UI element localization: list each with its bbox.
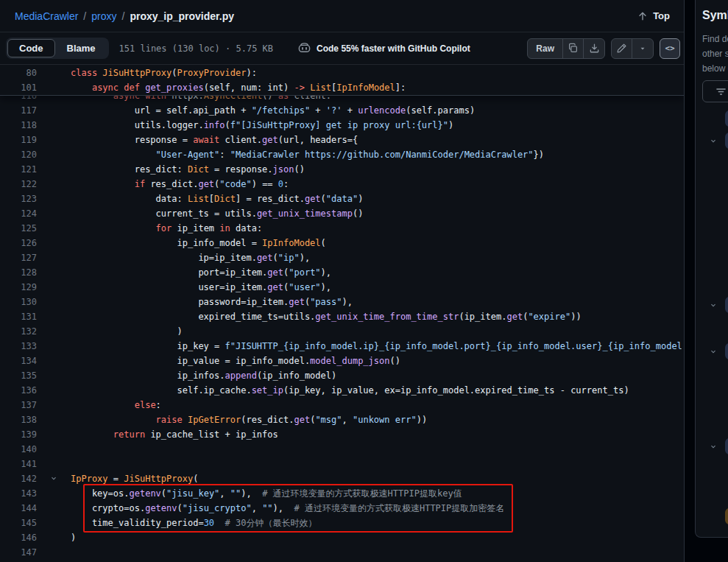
chevron-down-icon[interactable] <box>709 137 718 146</box>
code-line: 117 url = self.api_path + "/fetchips" + … <box>0 103 684 118</box>
collapse-chevron-icon[interactable] <box>37 471 71 486</box>
symbol-tree-item[interactable] <box>696 343 728 361</box>
filter-symbols-input[interactable] <box>702 80 728 102</box>
breadcrumb-repo-link[interactable]: MediaCrawler <box>15 10 78 22</box>
gutter <box>37 368 71 383</box>
line-number[interactable]: 144 <box>0 501 37 516</box>
code-line: 138 raise IpGetError(res_dict.get("msg",… <box>0 412 684 427</box>
line-number[interactable]: 117 <box>0 103 37 118</box>
gutter <box>37 412 71 427</box>
edit-file-button[interactable] <box>612 39 632 58</box>
line-number[interactable]: 136 <box>0 383 37 398</box>
code-line: 145 time_validity_period=30 # 30分钟（最长时效） <box>0 516 684 530</box>
line-number[interactable]: 131 <box>0 309 37 324</box>
code-text <box>71 457 684 471</box>
code-text <box>71 545 684 560</box>
chevron-down-icon[interactable] <box>709 301 718 310</box>
line-number[interactable]: 146 <box>0 530 37 545</box>
line-number[interactable]: 118 <box>0 118 37 133</box>
line-number[interactable]: 133 <box>0 339 37 354</box>
gutter <box>37 309 71 324</box>
code-line: 125 for ip_item in data: <box>0 221 684 236</box>
pencil-icon <box>616 43 627 54</box>
line-number[interactable]: 137 <box>0 398 37 412</box>
line-number[interactable]: 124 <box>0 206 37 221</box>
code-text: ip=ip_item.get("ip"), <box>71 250 684 265</box>
line-number[interactable]: 119 <box>0 133 37 147</box>
line-number[interactable]: 80 <box>0 66 37 80</box>
symbol-kind-icon[interactable] <box>725 133 728 149</box>
chevron-down-icon[interactable] <box>709 348 718 356</box>
copilot-icon <box>298 42 311 55</box>
code-line: 132 ) <box>0 324 684 339</box>
line-number[interactable]: 143 <box>0 486 37 501</box>
gutter <box>37 530 71 545</box>
code-text: utils.logger.info(f"[JiSuHttpProxy] get … <box>71 118 684 133</box>
raw-button[interactable]: Raw <box>528 39 563 58</box>
line-number[interactable]: 130 <box>0 295 37 309</box>
line-number[interactable]: 134 <box>0 354 37 368</box>
chevron-down-icon[interactable] <box>709 443 718 452</box>
line-number[interactable]: 123 <box>0 192 37 206</box>
download-raw-button[interactable] <box>584 39 604 58</box>
line-number[interactable]: 138 <box>0 412 37 427</box>
symbol-tree-item[interactable] <box>696 508 728 526</box>
line-number[interactable]: 142 <box>0 471 37 486</box>
code-text: for ip_item in data: <box>71 221 684 236</box>
code-text: else: <box>71 398 684 412</box>
gutter <box>37 427 71 442</box>
symbol-kind-icon[interactable] <box>725 438 728 454</box>
line-number[interactable]: 121 <box>0 162 37 177</box>
file-meta: 151 lines (130 loc) · 5.75 KB <box>119 43 274 54</box>
copilot-banner-text: Code 55% faster with GitHub Copilot <box>317 43 470 54</box>
code-line: 124 current_ts = utils.get_unix_timestam… <box>0 206 684 221</box>
code-text: password=ip_item.get("pass"), <box>71 295 684 309</box>
symbol-tree-item[interactable] <box>696 110 728 128</box>
tab-code[interactable]: Code <box>7 39 55 57</box>
line-number[interactable]: 141 <box>0 457 37 471</box>
code-text: user=ip_item.get("user"), <box>71 280 684 295</box>
line-number[interactable]: 145 <box>0 516 37 530</box>
line-number[interactable]: 147 <box>0 545 37 560</box>
symbol-kind-icon[interactable] <box>725 297 728 313</box>
symbol-kind-icon[interactable] <box>725 343 728 359</box>
line-number[interactable]: 101 <box>0 80 37 95</box>
line-number[interactable]: 120 <box>0 147 37 162</box>
line-number[interactable]: 135 <box>0 368 37 383</box>
gutter <box>37 545 71 560</box>
gutter <box>37 354 71 368</box>
back-to-top-button[interactable]: Top <box>637 10 670 21</box>
code-text: time_validity_period=30 # 30分钟（最长时效） <box>71 516 684 530</box>
code-line: 121 res_dict: Dict = response.json() <box>0 162 684 177</box>
copy-raw-button[interactable] <box>563 39 584 58</box>
code-text: url = self.api_path + "/fetchips" + '?' … <box>71 103 684 118</box>
code-line: 131 expired_time_ts=utils.get_unix_time_… <box>0 309 684 324</box>
symbol-tree-item[interactable] <box>696 438 728 456</box>
copilot-banner[interactable]: Code 55% faster with GitHub Copilot <box>298 42 470 55</box>
tab-blame[interactable]: Blame <box>55 39 107 57</box>
edit-button-group <box>611 38 654 59</box>
line-number[interactable]: 129 <box>0 280 37 295</box>
symbol-kind-icon[interactable] <box>725 110 728 127</box>
line-number[interactable]: 139 <box>0 427 37 442</box>
github-file-page: { "colors": { "accent_link": "#4493f8", … <box>0 0 728 562</box>
code-text: class JiSuHttpProxy(ProxyProvider): <box>71 66 684 80</box>
line-number[interactable]: 128 <box>0 265 37 280</box>
line-number[interactable]: 140 <box>0 442 37 457</box>
symbol-tree-item[interactable] <box>696 133 728 150</box>
code-text: if res_dict.get("code") == 0: <box>71 177 684 192</box>
line-number[interactable]: 126 <box>0 236 37 250</box>
symbols-panel-toggle-button[interactable]: <> <box>660 38 680 59</box>
gutter <box>37 265 71 280</box>
line-number[interactable]: 127 <box>0 250 37 265</box>
breadcrumb-separator: / <box>121 10 124 22</box>
breadcrumb-separator: / <box>83 10 86 22</box>
line-number[interactable]: 122 <box>0 177 37 192</box>
gutter <box>37 398 71 412</box>
edit-dropdown-button[interactable] <box>632 39 653 58</box>
symbol-tree-item[interactable] <box>696 297 728 315</box>
line-number[interactable]: 132 <box>0 324 37 339</box>
symbol-kind-icon[interactable] <box>725 508 728 524</box>
line-number[interactable]: 125 <box>0 221 37 236</box>
breadcrumb-dir-link[interactable]: proxy <box>91 10 116 22</box>
